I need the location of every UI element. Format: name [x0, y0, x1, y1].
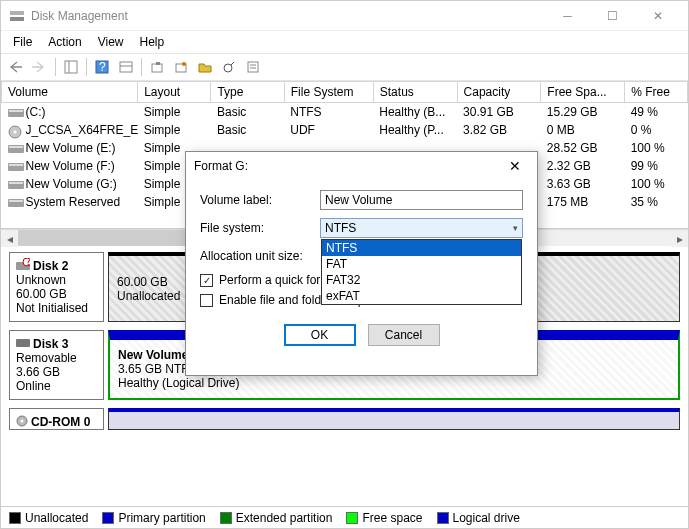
menu-file[interactable]: File	[5, 32, 40, 52]
cd-icon	[16, 415, 28, 427]
svg-rect-27	[9, 200, 23, 202]
svg-rect-2	[65, 61, 77, 73]
fs-option-fat[interactable]: FAT	[322, 256, 521, 272]
col-status[interactable]: Status	[373, 82, 457, 103]
maximize-button[interactable]: ☐	[590, 1, 635, 31]
window-title: Disk Management	[31, 9, 545, 23]
legend: Unallocated Primary partition Extended p…	[1, 506, 688, 528]
table-row[interactable]: (C:)SimpleBasicNTFSHealthy (B...30.91 GB…	[2, 103, 688, 122]
menu-action[interactable]: Action	[40, 32, 89, 52]
titlebar: Disk Management ─ ☐ ✕	[1, 1, 688, 31]
dialog-close-button[interactable]: ✕	[501, 158, 529, 174]
cd-icon	[8, 125, 22, 135]
menu-view[interactable]: View	[90, 32, 132, 52]
svg-rect-0	[10, 11, 24, 15]
fs-option-ntfs[interactable]: NTFS	[322, 240, 521, 256]
chevron-down-icon: ▾	[513, 223, 518, 233]
drive-icon	[8, 161, 22, 171]
drive-icon	[8, 197, 22, 207]
svg-line-12	[231, 62, 234, 65]
close-button[interactable]: ✕	[635, 1, 680, 31]
disk-size: 3.66 GB	[16, 365, 97, 379]
dialog-title: Format G:	[194, 159, 501, 173]
quick-format-checkbox[interactable]: ✓	[200, 274, 213, 287]
menu-help[interactable]: Help	[132, 32, 173, 52]
disk-info: ?Disk 2 Unknown 60.00 GB Not Initialised	[9, 252, 104, 322]
minimize-button[interactable]: ─	[545, 1, 590, 31]
scroll-left-button[interactable]: ◂	[1, 230, 18, 247]
disk-state: Online	[16, 379, 97, 393]
file-system-dropdown: NTFS FAT FAT32 exFAT	[321, 239, 522, 305]
drive-icon	[8, 143, 22, 153]
help-icon[interactable]: ?	[91, 56, 113, 78]
back-button[interactable]	[5, 56, 27, 78]
svg-rect-17	[9, 110, 23, 112]
disk-state: Not Initialised	[16, 301, 97, 315]
show-tree-button[interactable]	[60, 56, 82, 78]
toolbar: ?	[1, 53, 688, 81]
disk-info: CD-ROM 0	[9, 408, 104, 430]
col-volume[interactable]: Volume	[2, 82, 138, 103]
cancel-button[interactable]: Cancel	[368, 324, 440, 346]
svg-text:?: ?	[99, 60, 106, 74]
svg-rect-13	[248, 62, 258, 72]
col-free[interactable]: Free Spa...	[541, 82, 625, 103]
drive-icon	[16, 337, 30, 349]
disk-name: Disk 2	[33, 259, 68, 273]
ok-button[interactable]: OK	[284, 324, 356, 346]
svg-point-33	[21, 420, 24, 423]
format-dialog: Format G: ✕ Volume label: File system: N…	[185, 151, 538, 376]
label-fs: File system:	[200, 221, 320, 235]
help-overlay-icon: ?	[16, 258, 30, 272]
action2-icon[interactable]	[170, 56, 192, 78]
forward-button[interactable]	[29, 56, 51, 78]
scroll-right-button[interactable]: ▸	[671, 230, 688, 247]
disk-type: Unknown	[16, 273, 97, 287]
svg-rect-25	[9, 182, 23, 184]
compression-checkbox[interactable]	[200, 294, 213, 307]
fs-option-exfat[interactable]: exFAT	[322, 288, 521, 304]
file-system-select[interactable]: NTFS ▾ NTFS FAT FAT32 exFAT	[320, 218, 523, 238]
disk-info: Disk 3 Removable 3.66 GB Online	[9, 330, 104, 400]
svg-rect-21	[9, 146, 23, 148]
action1-icon[interactable]	[146, 56, 168, 78]
table-row[interactable]: J_CCSA_X64FRE_E...SimpleBasicUDFHealthy …	[2, 121, 688, 139]
disk-mgmt-icon	[9, 8, 25, 24]
drive-icon	[8, 107, 22, 117]
disk-type: Removable	[16, 351, 97, 365]
col-fs[interactable]: File System	[284, 82, 373, 103]
svg-point-10	[182, 62, 186, 66]
svg-point-19	[13, 131, 16, 134]
svg-rect-23	[9, 164, 23, 166]
disk-size: 60.00 GB	[16, 287, 97, 301]
label-volume: Volume label:	[200, 193, 320, 207]
col-pct[interactable]: % Free	[625, 82, 688, 103]
svg-point-11	[224, 64, 232, 72]
col-layout[interactable]: Layout	[138, 82, 211, 103]
dialog-titlebar: Format G: ✕	[186, 152, 537, 180]
volume-label-input[interactable]	[320, 190, 523, 210]
fs-option-fat32[interactable]: FAT32	[322, 272, 521, 288]
refresh-icon[interactable]	[218, 56, 240, 78]
properties-icon[interactable]	[242, 56, 264, 78]
menubar: File Action View Help	[1, 31, 688, 53]
drive-icon	[8, 179, 22, 189]
label-alloc: Allocation unit size:	[200, 249, 320, 263]
view-icon[interactable]	[115, 56, 137, 78]
svg-rect-1	[10, 17, 24, 21]
disk-name: Disk 3	[33, 337, 68, 351]
disk-name: CD-ROM 0	[31, 415, 90, 429]
open-icon[interactable]	[194, 56, 216, 78]
svg-rect-6	[120, 62, 132, 72]
col-capacity[interactable]: Capacity	[457, 82, 541, 103]
svg-rect-31	[16, 339, 30, 347]
svg-rect-8	[152, 64, 162, 72]
col-type[interactable]: Type	[211, 82, 284, 103]
svg-text:?: ?	[25, 258, 30, 268]
disk-row-cdrom[interactable]: CD-ROM 0	[9, 408, 680, 430]
